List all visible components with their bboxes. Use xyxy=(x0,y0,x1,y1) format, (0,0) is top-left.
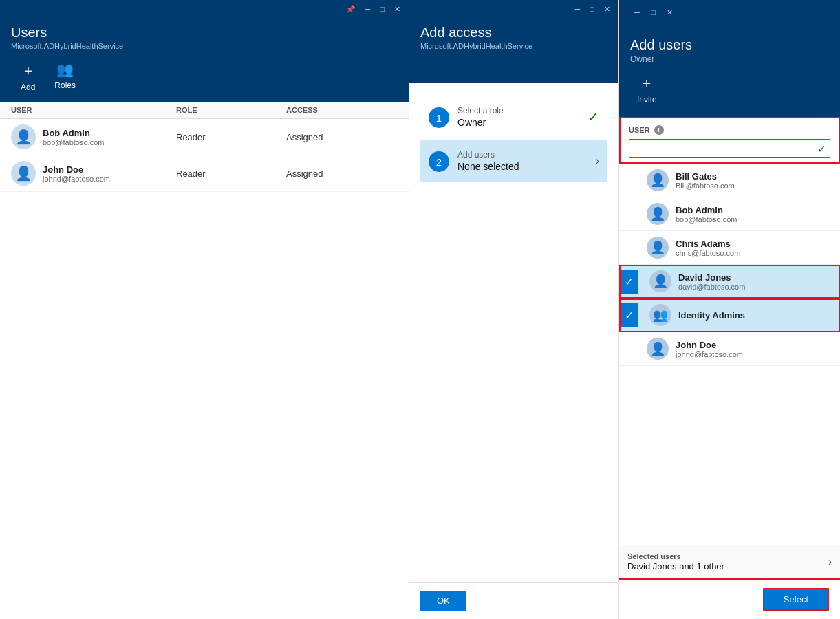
user-email: chris@fabtoso.com xyxy=(676,249,832,257)
close-btn[interactable]: ✕ xyxy=(390,4,405,14)
access-content: 1 Select a role Owner ✓ 2 Add users None… xyxy=(409,83,618,619)
access-cell: Assigned xyxy=(286,169,398,179)
step-1-content: Select a role Owner xyxy=(457,106,588,128)
maximize-btn[interactable]: □ xyxy=(376,4,389,14)
user-email: johnd@fabtoso.com xyxy=(676,350,832,358)
addusers-footer: Select xyxy=(619,578,840,619)
addusers-panel: ─ □ ✕ Add users Owner ＋ Invite USER i ✓ … xyxy=(619,0,840,619)
step-1-check-icon: ✓ xyxy=(588,109,599,125)
table-header: USER ROLE ACCESS xyxy=(0,102,409,119)
invite-label: Invite xyxy=(637,95,657,105)
users-toolbar: ＋ Add 👥 Roles xyxy=(11,58,398,95)
roles-icon: 👥 xyxy=(56,61,74,78)
users-table-container: USER ROLE ACCESS 👤 Bob Admin bob@fabtoso… xyxy=(0,102,409,619)
avatar: 👤 xyxy=(649,270,671,292)
step-1-number: 1 xyxy=(429,107,449,128)
addusers-title: Add users xyxy=(630,37,829,53)
user-name: Bill Gates xyxy=(676,171,832,182)
users-panel: 📌 ─ □ ✕ Users Microsoft.ADHybridHealthSe… xyxy=(0,0,409,619)
user-cell: 👤 John Doe johnd@fabtoso.com xyxy=(11,161,176,186)
step-2-content: Add users None selected xyxy=(457,150,596,172)
users-subtitle: Microsoft.ADHybridHealthService xyxy=(11,42,398,50)
user-cell: 👤 Bob Admin bob@fabtoso.com xyxy=(11,124,176,149)
addusers-win-controls: ─ □ ✕ xyxy=(630,6,829,18)
ok-button[interactable]: OK xyxy=(420,591,466,611)
user-name: John Doe xyxy=(43,164,110,175)
roles-button[interactable]: 👥 Roles xyxy=(45,58,85,95)
step-1-value: Owner xyxy=(457,117,588,128)
role-cell: Reader xyxy=(176,169,286,179)
user-field-label: USER xyxy=(629,126,650,134)
user-name: Bob Admin xyxy=(43,128,104,138)
user-name: Chris Adams xyxy=(676,239,832,249)
user-search-section: USER i ✓ xyxy=(619,117,840,164)
user-email: Bill@fabtoso.com xyxy=(676,182,832,190)
addusers-maximize-btn[interactable]: □ xyxy=(647,8,660,18)
users-header: 📌 ─ □ ✕ Users Microsoft.ADHybridHealthSe… xyxy=(0,0,409,102)
minimize-btn[interactable]: ─ xyxy=(361,4,375,14)
addusers-header: ─ □ ✕ Add users Owner ＋ Invite xyxy=(619,0,840,117)
user-email: johnd@fabtoso.com xyxy=(43,175,110,183)
select-check-icon: ✓ xyxy=(619,303,638,327)
user-email: bob@fabtoso.com xyxy=(676,215,832,224)
list-item[interactable]: 👤 John Doe johnd@fabtoso.com xyxy=(619,332,840,366)
pin-btn[interactable]: 📌 xyxy=(342,4,360,14)
add-icon: ＋ xyxy=(21,61,35,80)
list-item[interactable]: 👤 Bill Gates Bill@fabtoso.com xyxy=(619,164,840,197)
add-button[interactable]: ＋ Add xyxy=(11,58,45,95)
invite-button[interactable]: ＋ Invite xyxy=(630,71,664,107)
col-header-user: USER xyxy=(11,106,176,114)
avatar: 👥 xyxy=(649,304,671,326)
avatar: 👤 xyxy=(647,203,669,225)
step-2-arrow-icon: › xyxy=(596,155,599,167)
add-label: Add xyxy=(21,83,35,92)
search-input-wrap: ✓ xyxy=(629,139,830,158)
user-email: david@fabtoso.com xyxy=(678,283,832,291)
addusers-close-btn[interactable]: ✕ xyxy=(663,8,677,18)
select-check-icon: ✓ xyxy=(619,270,638,294)
roles-label: Roles xyxy=(54,80,76,90)
table-row: 👤 Bob Admin bob@fabtoso.com Reader Assig… xyxy=(0,119,409,155)
list-item[interactable]: 👤 Bob Admin bob@fabtoso.com xyxy=(619,197,840,231)
user-name: John Doe xyxy=(676,340,832,350)
avatar: 👤 xyxy=(11,161,36,186)
users-title: Users xyxy=(11,25,398,41)
avatar: 👤 xyxy=(11,124,36,149)
access-title: Add access xyxy=(420,25,607,41)
step-1[interactable]: 1 Select a role Owner ✓ xyxy=(420,96,607,138)
access-win-controls: ─ □ ✕ xyxy=(571,4,614,14)
list-item-david-jones[interactable]: ✓ 👤 David Jones david@fabtoso.com xyxy=(619,265,840,298)
step-2-label: Add users xyxy=(457,150,596,160)
step-2[interactable]: 2 Add users None selected › xyxy=(420,140,607,182)
selected-users-arrow-icon: › xyxy=(828,556,832,568)
users-win-controls: 📌 ─ □ ✕ xyxy=(342,4,405,14)
avatar: 👤 xyxy=(647,338,669,360)
list-item[interactable]: 👤 Chris Adams chris@fabtoso.com xyxy=(619,231,840,265)
selected-users-label: Selected users xyxy=(627,552,724,561)
invite-icon: ＋ xyxy=(640,74,654,92)
access-header: ─ □ ✕ Add access Microsoft.ADHybridHealt… xyxy=(409,0,618,83)
avatar: 👤 xyxy=(647,237,669,259)
role-cell: Reader xyxy=(176,132,286,142)
access-maximize-btn[interactable]: □ xyxy=(585,4,599,14)
selected-users-bar[interactable]: Selected users David Jones and 1 other › xyxy=(619,545,840,578)
user-search-input[interactable] xyxy=(629,139,830,158)
addusers-minimize-btn[interactable]: ─ xyxy=(630,8,644,18)
access-subtitle: Microsoft.ADHybridHealthService xyxy=(420,42,607,50)
user-name: David Jones xyxy=(678,272,832,283)
access-cell: Assigned xyxy=(286,132,398,142)
step-2-number: 2 xyxy=(429,151,449,172)
access-close-btn[interactable]: ✕ xyxy=(600,4,614,14)
col-header-role: ROLE xyxy=(176,106,286,114)
selected-users-value: David Jones and 1 other xyxy=(627,561,724,572)
select-button[interactable]: Select xyxy=(763,588,829,611)
access-minimize-btn[interactable]: ─ xyxy=(571,4,585,14)
addusers-subtitle: Owner xyxy=(630,54,829,64)
user-email: bob@fabtoso.com xyxy=(43,138,104,146)
col-header-access: ACCESS xyxy=(286,106,398,114)
step-1-label: Select a role xyxy=(457,106,588,116)
list-item-identity-admins[interactable]: ✓ 👥 Identity Admins xyxy=(619,298,840,332)
user-name: Identity Admins xyxy=(678,310,832,321)
access-footer: OK xyxy=(409,582,618,619)
info-icon: i xyxy=(654,125,664,135)
